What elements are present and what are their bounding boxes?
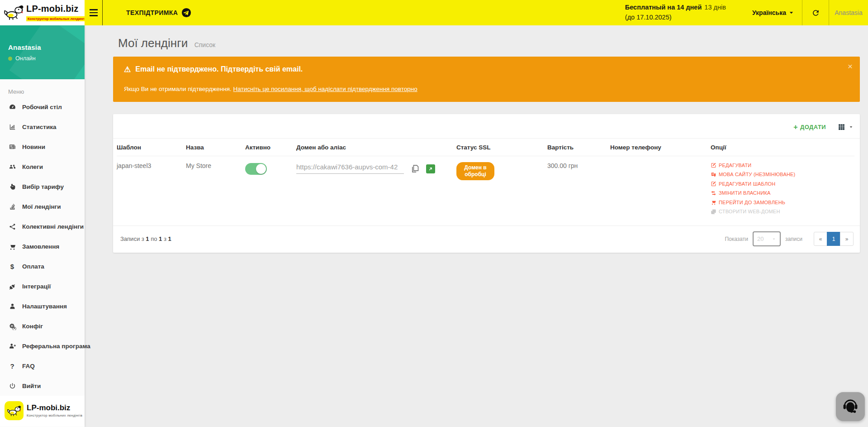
col-header-name: Назва (186, 139, 245, 156)
copy-icon[interactable] (410, 164, 420, 173)
app-logo-title: LP-mobi.biz (26, 4, 79, 14)
col-header-domain: Домен або аліас (296, 139, 456, 156)
sidebar-item-power[interactable]: Вийти (0, 376, 85, 396)
option-cart-4[interactable]: ПЕРЕЙТИ ДО ЗАМОВЛЕНЬ (711, 199, 851, 205)
sidebar-item-plug[interactable]: Інтеграції (0, 276, 85, 296)
col-header-ssl: Статус SSL (456, 139, 547, 156)
add-landing-button[interactable]: + ДОДАТИ (793, 124, 826, 131)
col-header-options: Опції (711, 139, 854, 156)
banner-message-prefix: Якщо Ви не отримали підтвердження. (124, 86, 233, 92)
sidebar-item-users[interactable]: Колеги (0, 157, 85, 177)
footer-logo-title: LP-mobi.biz (27, 404, 82, 413)
app-logo[interactable]: LP-mobi.biz Конструктор мобильных лендин… (0, 0, 85, 25)
sidebar-item-news[interactable]: Новини (0, 137, 85, 157)
users-icon (8, 163, 16, 171)
sidebar: Anastasia Онлайн Меню Робочий стілСтатис… (0, 25, 85, 427)
page-size-select[interactable]: 20 (753, 231, 781, 246)
trial-days-left: 13 днів (704, 4, 726, 11)
menu-toggle-button[interactable] (85, 0, 103, 25)
telegram-icon (181, 8, 191, 18)
plug-icon (8, 282, 16, 290)
edit-icon (711, 162, 716, 168)
online-status-dot (8, 57, 12, 61)
main-content: Мої лендінги Список ⚠ Email не підтвердж… (85, 25, 868, 427)
dog-logo-icon (3, 4, 24, 21)
sidebar-item-share[interactable]: Колективні лендінги (0, 216, 85, 236)
entries-label: записи (785, 236, 802, 242)
dog-logo-icon (5, 401, 24, 420)
trial-plan: Бесплатный на 14 дней (625, 4, 702, 11)
pagination-page-1-button[interactable]: 1 (827, 232, 840, 246)
trial-info: Бесплатный на 14 дней13 днів (до 17.10.2… (625, 3, 726, 23)
col-header-price: Вартість (547, 139, 610, 156)
footer-logo-tagline: Конструктор мобільних лендінгів (27, 413, 82, 417)
page-title: Мої лендінги (118, 36, 188, 50)
language-label: Українська (752, 9, 786, 16)
edit-icon (711, 181, 716, 187)
sidebar-item-question[interactable]: ?FAQ (0, 356, 85, 376)
dollar-icon: $ (8, 262, 16, 270)
records-summary: Записи з 1 по 1 з 1 (120, 235, 171, 242)
external-link-icon[interactable] (426, 164, 435, 173)
sidebar-menu: Робочий стілСтатистикаНовиниКолегиВибір … (0, 97, 85, 396)
user-icon (8, 302, 16, 310)
exchange-icon (711, 190, 716, 196)
pagination: « 1 » (814, 232, 854, 246)
language-icon (711, 172, 716, 178)
sidebar-item-user[interactable]: Налаштування (0, 296, 85, 316)
clone-icon (711, 209, 716, 215)
close-icon[interactable]: × (848, 62, 853, 71)
user-menu[interactable]: Anastasia (829, 0, 868, 25)
sidebar-footer-logo: LP-mobi.biz Конструктор мобільних лендін… (0, 396, 85, 427)
support-chat-button[interactable] (836, 392, 865, 421)
landings-table: Шаблон Назва Активно Домен або аліас Ста… (117, 139, 854, 222)
column-view-button[interactable] (838, 123, 854, 131)
user-plus-icon (8, 342, 16, 350)
pagination-next-button[interactable]: » (840, 232, 854, 246)
chevron-down-icon (789, 10, 794, 15)
cell-name: My Store (186, 156, 245, 223)
support-link[interactable]: ТЕХПІДТРИМКА (126, 8, 191, 18)
option-edit-0[interactable]: РЕДАГУВАТИ (711, 162, 851, 168)
app-logo-tagline: Конструктор мобильных лендингов (26, 16, 90, 21)
page-subtitle: Список (194, 41, 216, 48)
page-header: Мої лендінги Список (113, 25, 860, 57)
power-icon (8, 382, 16, 390)
sidebar-item-cart[interactable]: Замовлення (0, 236, 85, 256)
question-icon: ? (8, 362, 16, 370)
sidebar-item-user-plus[interactable]: Реферальна програма (0, 336, 85, 356)
topbar-main: ТЕХПІДТРИМКА Бесплатный на 14 дней13 дні… (85, 0, 868, 25)
active-toggle[interactable] (245, 163, 267, 175)
table-row: japan-steel3 My Store (117, 156, 854, 223)
email-warning-banner: ⚠ Email не підтверджено. Підтвердіть сві… (113, 57, 860, 102)
domain-input[interactable] (296, 162, 404, 174)
resend-confirmation-link[interactable]: Натисніть це посилання, щоб надіслати пі… (233, 86, 417, 92)
banner-title-text: Email не підтверджено. Підтвердіть свій … (135, 65, 303, 73)
option-exchange-3[interactable]: ЗМІНИТИ ВЛАСНИКА (711, 190, 851, 196)
plus-icon: + (793, 124, 798, 131)
online-status-label: Онлайн (15, 55, 36, 62)
sidebar-item-dollar[interactable]: $Оплата (0, 256, 85, 276)
refresh-button[interactable] (802, 0, 829, 25)
language-selector[interactable]: Українська (744, 0, 802, 25)
landings-card: + ДОДАТИ Шаблон Назва Активно Домен або … (113, 114, 860, 253)
sidebar-item-cogs[interactable]: Конфіг (0, 316, 85, 336)
topbar: LP-mobi.biz Конструктор мобильных лендин… (0, 0, 868, 25)
pagination-prev-button[interactable]: « (814, 232, 827, 246)
sidebar-item-landings[interactable]: Мої лендінги (0, 197, 85, 216)
dashboard-icon (8, 103, 16, 111)
caret-down-icon (772, 237, 776, 241)
col-header-active: Активно (245, 139, 296, 156)
option-language-1[interactable]: МОВА САЙТУ (НЕЗМІНЮВАНЕ) (711, 172, 851, 178)
option-edit-2[interactable]: РЕДАГУВАТИ ШАБЛОН (711, 181, 851, 187)
sidebar-item-dashboard[interactable]: Робочий стіл (0, 97, 85, 117)
support-label: ТЕХПІДТРИМКА (126, 9, 178, 16)
news-icon (8, 143, 16, 151)
col-header-template: Шаблон (117, 139, 186, 156)
sidebar-item-hand-pointer[interactable]: Вибір тарифу (0, 177, 85, 197)
headset-icon (841, 397, 860, 416)
show-label: Показати (725, 236, 748, 242)
sidebar-item-stats[interactable]: Статистика (0, 117, 85, 137)
warning-icon: ⚠ (124, 66, 131, 73)
cell-template: japan-steel3 (117, 156, 186, 223)
